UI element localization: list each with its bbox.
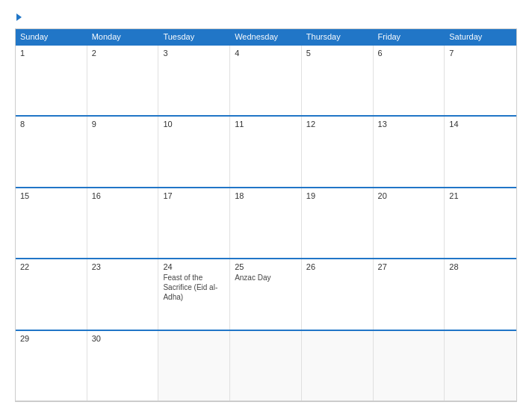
day-number: 3 [163, 49, 225, 58]
calendar-cell: 12 [302, 117, 374, 186]
day-number: 30 [92, 334, 154, 343]
day-number: 4 [235, 49, 297, 58]
calendar-cell: 23 [87, 259, 159, 329]
calendar-cell: 18 [230, 188, 302, 258]
header-cell-thursday: Thursday [302, 29, 374, 44]
calendar-cell: 20 [374, 188, 445, 258]
calendar-cell: 7 [445, 46, 516, 115]
day-number: 14 [449, 120, 512, 129]
day-number: 29 [20, 334, 82, 343]
event-label: Feast of the Sacrifice (Eid al-Adha) [163, 274, 217, 301]
day-number: 6 [378, 49, 440, 58]
calendar-cell: 29 [16, 331, 87, 401]
calendar-cell: 3 [158, 46, 230, 115]
day-number: 7 [449, 49, 512, 58]
day-number: 12 [306, 120, 368, 129]
calendar-cell: 27 [374, 259, 445, 329]
day-number: 20 [378, 191, 440, 200]
calendar-cell [374, 331, 445, 401]
day-number: 9 [92, 120, 154, 129]
day-number: 1 [20, 49, 82, 58]
calendar-cell [445, 331, 516, 401]
day-number: 2 [92, 49, 154, 58]
header-cell-wednesday: Wednesday [230, 29, 302, 44]
calendar-cell: 16 [87, 188, 159, 258]
logo-blue-text [15, 13, 22, 21]
header-cell-tuesday: Tuesday [158, 29, 230, 44]
calendar-cell: 5 [302, 46, 374, 115]
calendar-cell: 19 [302, 188, 374, 258]
week-row-1: 1234567 [16, 44, 516, 115]
calendar-cell: 2 [87, 46, 159, 115]
week-row-2: 891011121314 [16, 115, 516, 186]
calendar-cell [230, 331, 302, 401]
calendar-cell: 21 [445, 188, 516, 258]
calendar-cell: 10 [158, 117, 230, 186]
calendar-cell: 8 [16, 117, 87, 186]
day-number: 18 [235, 191, 297, 200]
day-number: 26 [306, 262, 368, 271]
calendar-cell [158, 331, 230, 401]
calendar-header: SundayMondayTuesdayWednesdayThursdayFrid… [16, 29, 516, 44]
event-label: Anzac Day [235, 274, 270, 282]
calendar-cell: 1 [16, 46, 87, 115]
day-number: 16 [92, 191, 154, 200]
day-number: 21 [449, 191, 512, 200]
day-number: 15 [20, 191, 82, 200]
calendar-cell: 17 [158, 188, 230, 258]
calendar-cell: 24Feast of the Sacrifice (Eid al-Adha) [158, 259, 230, 329]
calendar-cell [302, 331, 374, 401]
calendar-page: SundayMondayTuesdayWednesdayThursdayFrid… [0, 0, 532, 411]
logo-triangle-icon [16, 13, 22, 21]
day-number: 27 [378, 262, 440, 271]
calendar-cell: 25Anzac Day [230, 259, 302, 329]
calendar-cell: 11 [230, 117, 302, 186]
calendar: SundayMondayTuesdayWednesdayThursdayFrid… [15, 28, 517, 402]
day-number: 22 [20, 262, 82, 271]
day-number: 11 [235, 120, 297, 129]
logo [15, 13, 22, 21]
day-number: 24 [163, 262, 225, 271]
day-number: 5 [306, 49, 368, 58]
header-cell-monday: Monday [87, 29, 159, 44]
calendar-cell: 9 [87, 117, 159, 186]
header-cell-sunday: Sunday [16, 29, 87, 44]
calendar-body: 123456789101112131415161718192021222324F… [16, 44, 516, 401]
day-number: 28 [449, 262, 512, 271]
day-number: 19 [306, 191, 368, 200]
page-header [15, 13, 517, 21]
header-cell-saturday: Saturday [445, 29, 516, 44]
calendar-cell: 22 [16, 259, 87, 329]
calendar-cell: 26 [302, 259, 374, 329]
week-row-4: 222324Feast of the Sacrifice (Eid al-Adh… [16, 258, 516, 329]
day-number: 25 [235, 262, 297, 271]
week-row-5: 2930 [16, 330, 516, 401]
header-cell-friday: Friday [374, 29, 445, 44]
week-row-3: 15161718192021 [16, 187, 516, 258]
calendar-cell: 13 [374, 117, 445, 186]
calendar-cell: 6 [374, 46, 445, 115]
calendar-cell: 28 [445, 259, 516, 329]
calendar-cell: 14 [445, 117, 516, 186]
day-number: 13 [378, 120, 440, 129]
day-number: 17 [163, 191, 225, 200]
day-number: 10 [163, 120, 225, 129]
day-number: 8 [20, 120, 82, 129]
calendar-cell: 30 [87, 331, 159, 401]
calendar-cell: 15 [16, 188, 87, 258]
day-number: 23 [92, 262, 154, 271]
calendar-cell: 4 [230, 46, 302, 115]
